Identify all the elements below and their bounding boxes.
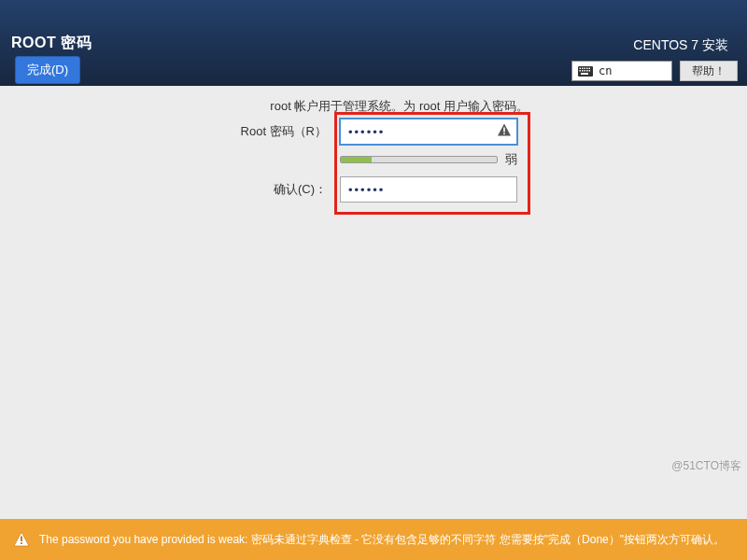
- keyboard-layout-code: cn: [599, 64, 612, 77]
- svg-rect-10: [589, 70, 591, 72]
- confirm-password-label: 确认(C)：: [228, 181, 340, 198]
- svg-rect-3: [585, 67, 586, 69]
- instruction-text: root 帐户用于管理系统。为 root 用户输入密码。: [270, 98, 529, 115]
- warning-icon: [497, 123, 512, 141]
- svg-rect-4: [586, 67, 588, 69]
- svg-rect-11: [581, 73, 588, 75]
- svg-rect-12: [503, 128, 505, 133]
- svg-rect-6: [580, 70, 582, 72]
- svg-rect-14: [21, 537, 22, 542]
- password-strength-label: 弱: [505, 151, 517, 168]
- keyboard-layout-selector[interactable]: cn: [571, 61, 672, 81]
- svg-rect-9: [586, 70, 588, 72]
- keyboard-icon: [578, 66, 593, 77]
- confirm-password-input[interactable]: [340, 176, 517, 203]
- page-title: ROOT 密码: [11, 34, 92, 53]
- alert-icon: [13, 531, 30, 548]
- svg-rect-1: [580, 67, 582, 69]
- warning-footer: The password you have provided is weak: …: [0, 519, 747, 560]
- product-title: CENTOS 7 安装: [633, 37, 728, 54]
- password-strength-row: 弱: [340, 151, 517, 168]
- confirm-password-row: 确认(C)：: [228, 175, 517, 203]
- root-password-input[interactable]: [340, 119, 517, 145]
- done-button[interactable]: 完成(D): [15, 56, 80, 84]
- root-password-label: Root 密码（R）: [228, 123, 340, 140]
- svg-rect-5: [589, 67, 591, 69]
- svg-rect-2: [582, 67, 584, 69]
- svg-rect-7: [582, 70, 584, 72]
- installer-header: ROOT 密码 完成(D) CENTOS 7 安装 cn 帮助！: [0, 0, 747, 86]
- root-password-row: Root 密码（R）: [228, 118, 517, 146]
- password-strength-meter: [340, 156, 498, 163]
- password-form: Root 密码（R） 弱 确认(C)：: [228, 118, 517, 205]
- svg-rect-15: [21, 542, 22, 544]
- help-button[interactable]: 帮助！: [680, 61, 738, 81]
- svg-rect-8: [585, 70, 586, 72]
- svg-rect-13: [503, 133, 505, 135]
- watermark-text: @51CTO博客: [671, 458, 741, 474]
- warning-message: The password you have provided is weak: …: [39, 532, 734, 547]
- main-content: root 帐户用于管理系统。为 root 用户输入密码。 Root 密码（R） …: [0, 86, 747, 519]
